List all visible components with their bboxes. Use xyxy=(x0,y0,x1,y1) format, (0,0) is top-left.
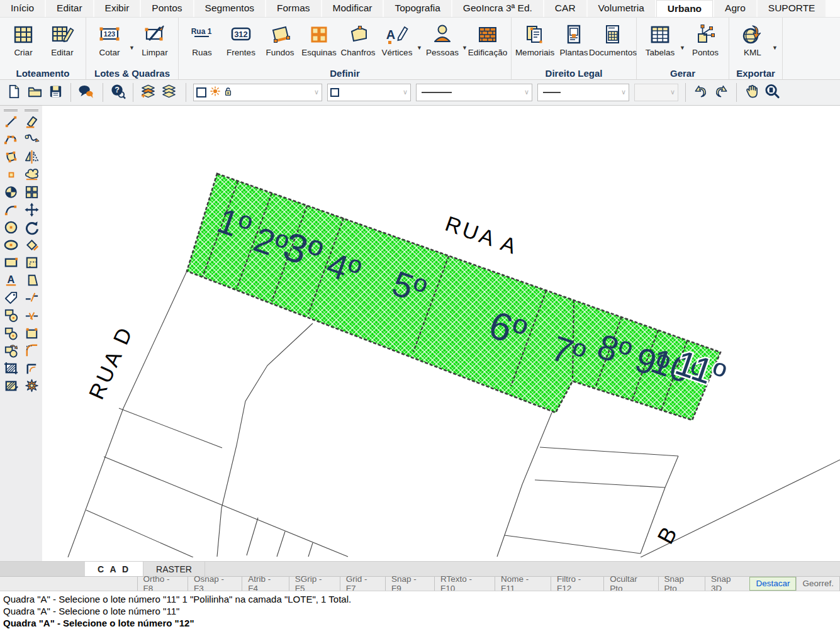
ribbon-button-limpar[interactable]: Limpar xyxy=(135,20,174,57)
tool-trapezoid-button[interactable] xyxy=(23,272,40,290)
menu-tab-modificar[interactable]: Modificar xyxy=(322,0,383,17)
lot-boundary-line[interactable] xyxy=(535,480,665,487)
tool-line-button[interactable] xyxy=(2,114,20,131)
tool-move-button[interactable] xyxy=(23,202,40,220)
ribbon-button-editar[interactable]: Editar xyxy=(43,20,82,57)
chat-button[interactable] xyxy=(76,82,98,103)
tool-array-button[interactable] xyxy=(23,184,40,202)
status-toggle-snap-pto[interactable]: Snap Pto xyxy=(658,577,705,591)
layer-tools-button[interactable] xyxy=(138,82,159,103)
menu-tab-editar[interactable]: Editar xyxy=(46,0,93,17)
tool-polyline-button[interactable] xyxy=(2,131,20,149)
menu-tab-car[interactable]: CAR xyxy=(544,0,586,17)
quadra-a-highlight[interactable] xyxy=(187,174,720,420)
menu-tab-volumetria[interactable]: Volumetria xyxy=(588,0,655,17)
ribbon-button-memoriais[interactable]: Memoriais xyxy=(515,20,554,57)
tool-revision-cloud-button[interactable] xyxy=(23,167,40,184)
undo-button[interactable] xyxy=(690,82,711,103)
layer-select[interactable]: ∨ xyxy=(193,84,322,101)
tool-spline-edit-button[interactable] xyxy=(23,131,40,149)
tool-mirror-button[interactable] xyxy=(23,149,40,167)
tool-rect-dashed-button[interactable] xyxy=(23,255,40,272)
tool-explode-button[interactable] xyxy=(23,378,40,396)
scale-select[interactable]: ∨ xyxy=(634,84,678,101)
chevron-down-icon[interactable]: ∨ xyxy=(617,88,626,96)
redo-button[interactable] xyxy=(711,82,732,103)
tool-break-line-button[interactable] xyxy=(23,290,40,308)
menu-tab-inicio[interactable]: Início xyxy=(0,0,45,17)
linetype-select[interactable]: ∨ xyxy=(416,84,532,101)
tool-rotate-button[interactable] xyxy=(23,220,40,237)
pan-button[interactable] xyxy=(741,82,762,103)
lot-boundary-line[interactable] xyxy=(277,532,285,557)
lineweight-select[interactable]: ∨ xyxy=(537,84,629,101)
chevron-down-icon[interactable]: ∨ xyxy=(399,88,408,96)
ribbon-button-pessoas[interactable]: Pessoas xyxy=(423,20,462,57)
save-file-button[interactable] xyxy=(45,82,66,103)
ribbon-button-vertices[interactable]: AVértices xyxy=(378,20,417,57)
status-toggle-filtro-f12[interactable]: Filtro - F12 xyxy=(551,577,603,591)
tool-hatch-button[interactable] xyxy=(2,360,20,378)
menu-tab-segmentos[interactable]: Segmentos xyxy=(194,0,265,17)
ribbon-button-chanfros[interactable]: Chanfros xyxy=(339,20,378,57)
tool-arc-button[interactable] xyxy=(2,202,20,220)
lot-boundary-line[interactable] xyxy=(540,447,678,456)
tool-corner-button[interactable] xyxy=(23,360,40,378)
tool-ellipse-button[interactable] xyxy=(2,237,20,255)
tool-point-button[interactable] xyxy=(2,167,20,184)
ribbon-button-fundos[interactable]: Fundos xyxy=(260,20,300,57)
menu-tab-exibir[interactable]: Exibir xyxy=(94,0,140,17)
lot-boundary-line[interactable] xyxy=(217,323,313,557)
menu-tab-suporte[interactable]: SUPORTE xyxy=(758,0,826,17)
ribbon-button-kml[interactable]: KML xyxy=(733,20,772,57)
ribbon-button-esquinas[interactable]: Esquinas xyxy=(300,20,339,57)
status-toggle-nome-f11[interactable]: Nome - F11 xyxy=(495,577,551,591)
dropdown-arrow-icon[interactable]: ▼ xyxy=(772,45,778,51)
chevron-down-icon[interactable]: ∨ xyxy=(666,88,675,96)
tool-tag-button[interactable] xyxy=(2,290,20,308)
zoom-button[interactable] xyxy=(762,82,783,103)
status-toggle-ocultar-pto[interactable]: Ocultar Pto xyxy=(603,577,658,591)
dropdown-arrow-icon[interactable]: ▼ xyxy=(129,45,135,51)
tool-erase-button[interactable] xyxy=(23,114,40,131)
status-toggle-sgrip-f5[interactable]: SGrip - F5 xyxy=(289,577,340,591)
tool-fillet-button[interactable] xyxy=(23,343,40,360)
tool-offset-copy-2-button[interactable] xyxy=(2,325,20,343)
menu-tab-pontos[interactable]: Pontos xyxy=(141,0,193,17)
status-toggle-destacar[interactable]: Destacar xyxy=(749,577,796,591)
color-select[interactable]: ∨ xyxy=(327,84,411,101)
menu-tab-geoincra-3-ed[interactable]: GeoIncra 3ª Ed. xyxy=(452,0,543,17)
dropdown-arrow-icon[interactable]: ▼ xyxy=(417,45,423,51)
lot-boundary-line[interactable] xyxy=(119,408,222,448)
chevron-down-icon[interactable]: ∨ xyxy=(310,88,319,96)
lot-boundary-line[interactable] xyxy=(247,518,258,555)
new-file-button[interactable] xyxy=(4,82,25,103)
tool-offset-copy-button[interactable] xyxy=(2,308,20,325)
lot-boundary-line[interactable] xyxy=(68,271,187,557)
tool-break-line-2-button[interactable] xyxy=(23,308,40,325)
status-toggle-osnap-f3[interactable]: Osnap - F3 xyxy=(188,577,242,591)
open-file-button[interactable] xyxy=(25,82,45,103)
status-toggle-ortho-f8[interactable]: Ortho - F8 xyxy=(137,577,188,591)
status-toggle-grid-f7[interactable]: Grid - F7 xyxy=(340,577,385,591)
menu-tab-agro[interactable]: Agro xyxy=(714,0,756,17)
ribbon-button-documentos[interactable]: Documentos xyxy=(593,20,632,57)
lot-boundary-line[interactable] xyxy=(86,510,193,557)
map-canvas[interactable]: 1º2º3º4º5º6º7º8º9º10º11ºRUA ARUA DB xyxy=(42,106,840,561)
tool-hatch-2-button[interactable] xyxy=(2,378,20,396)
palette-grip[interactable] xyxy=(25,109,38,111)
dropdown-arrow-icon[interactable]: ▼ xyxy=(462,45,468,51)
menu-tab-topografia[interactable]: Topografia xyxy=(384,0,451,17)
ribbon-button-cotar[interactable]: 123Cotar xyxy=(90,20,129,57)
tool-position-button[interactable] xyxy=(2,184,20,202)
doc-tab-c-a-d[interactable]: C A D xyxy=(85,562,143,576)
tool-scale-button[interactable] xyxy=(23,237,40,255)
tool-rect-nodes-button[interactable] xyxy=(23,325,40,343)
layer-visible-checkbox[interactable] xyxy=(196,87,206,97)
tool-text-button[interactable]: A xyxy=(2,272,20,290)
status-toggle-snap-f9[interactable]: Snap - F9 xyxy=(385,577,434,591)
lot-boundary-line[interactable] xyxy=(104,457,348,557)
dropdown-arrow-icon[interactable]: ▼ xyxy=(680,45,686,51)
tool-copy-rotate-button[interactable] xyxy=(2,343,20,360)
ribbon-button-edificacao[interactable]: Edificação xyxy=(468,20,507,57)
